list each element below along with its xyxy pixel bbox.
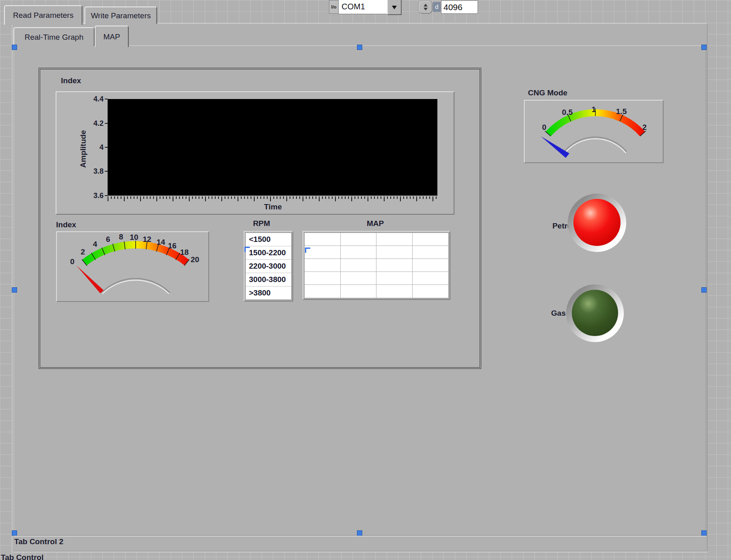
rpm-row[interactable]: 2200-3000: [246, 260, 291, 273]
map-cell[interactable]: [341, 285, 377, 298]
scale-tick-label: 2: [81, 248, 85, 256]
scale-tick-label: 12: [143, 235, 151, 244]
inner-tab-control-caption: Tab Control 2: [14, 537, 63, 546]
map-cell[interactable]: [341, 259, 377, 272]
selection-handle-top-center[interactable]: [357, 45, 362, 50]
map-cell[interactable]: [376, 233, 413, 246]
index-meter: 0 2 4 6 8 10 12 14 16 18 20: [56, 231, 209, 302]
selection-handle-mid-right[interactable]: [701, 287, 707, 293]
index-meter-dial: [57, 232, 207, 299]
sample-count-stepper[interactable]: [418, 0, 433, 14]
map-table: [303, 231, 450, 300]
tab-map-label: MAP: [103, 32, 120, 41]
selection-handle-bottom-right[interactable]: [701, 530, 707, 536]
rpm-row[interactable]: 1500-2200: [246, 246, 291, 260]
map-cell[interactable]: [305, 259, 341, 272]
selection-handle-top-left[interactable]: [12, 45, 17, 50]
map-cell[interactable]: [305, 272, 341, 285]
scale-tick-label: 8: [119, 233, 123, 241]
scale-tick-label: 6: [106, 235, 110, 244]
outer-tab-control-caption: Tab Control: [1, 553, 43, 560]
visa-io-icon: I/o: [329, 0, 339, 14]
scale-tick-label: 20: [190, 255, 199, 264]
com-port-select[interactable]: COM1: [338, 0, 391, 14]
index-meter-needle[interactable]: [76, 265, 104, 293]
com-port-dropdown-button[interactable]: [387, 0, 402, 15]
tab-write-parameters-label: Write Parameters: [91, 11, 151, 20]
sample-count-input[interactable]: 4096: [441, 0, 478, 14]
rpm-row[interactable]: >3800: [246, 286, 291, 299]
cng-meter-label: CNG Mode: [528, 88, 567, 97]
rpm-row[interactable]: <1500: [246, 233, 291, 246]
rpm-row[interactable]: 3000-3800: [246, 273, 291, 286]
gas-led-lamp: [572, 290, 618, 336]
scale-tick-label: 0.5: [562, 108, 573, 117]
map-cell[interactable]: [341, 233, 377, 246]
scale-tick-label: 1: [592, 105, 596, 114]
map-cell[interactable]: [413, 259, 449, 272]
scale-tick-label: 0: [70, 257, 75, 266]
decrement-arrow-icon[interactable]: [424, 8, 428, 13]
y-tick-label: 4.4: [80, 95, 104, 103]
tab-write-parameters[interactable]: Write Parameters: [84, 6, 157, 24]
petrol-led[interactable]: [568, 194, 626, 252]
scale-tick-label: 0: [542, 123, 547, 132]
map-cell[interactable]: [413, 285, 449, 298]
y-axis-label: Amplitude: [79, 127, 88, 171]
cng-mode-meter: 0 0.5 1 1.5 2: [524, 100, 664, 163]
selection-handle-bottom-center[interactable]: [357, 530, 362, 536]
dropdown-arrow-icon: [392, 6, 397, 12]
petrol-led-label: Petrol: [520, 222, 574, 230]
sample-count-value: 4096: [443, 2, 463, 12]
radix-badge[interactable]: d: [433, 2, 441, 12]
scale-tick-label: 16: [168, 241, 176, 250]
map-cell[interactable]: [341, 246, 377, 259]
chart-plot-area: [108, 99, 437, 196]
map-cell[interactable]: [341, 272, 377, 285]
selection-handle-top-right[interactable]: [701, 45, 707, 50]
map-cell[interactable]: [305, 285, 341, 298]
tab-read-parameters[interactable]: Read Parameters: [4, 5, 82, 25]
scale-tick-label: 18: [180, 248, 188, 257]
increment-arrow-icon[interactable]: [424, 2, 428, 6]
map-cell[interactable]: [413, 246, 449, 259]
tab-map[interactable]: MAP: [95, 26, 129, 47]
scale-tick-label: 10: [130, 233, 138, 242]
chart-label: Index: [61, 76, 81, 85]
map-selection-corner: [305, 248, 310, 253]
petrol-led-lamp: [573, 199, 621, 246]
map-cell[interactable]: [376, 259, 413, 272]
map-cell[interactable]: [376, 246, 413, 259]
map-header: MAP: [355, 219, 396, 228]
gas-led[interactable]: [566, 284, 624, 342]
waveform-chart: 4.4 4.2 4 3.8 3.6 Time Amplitude: [56, 91, 454, 215]
labview-front-panel: Read Parameters Write Parameters Real-Ti…: [0, 0, 731, 560]
tab-real-time-graph[interactable]: Real-Time Graph: [13, 27, 95, 46]
rpm-list: <1500 1500-2200 2200-3000 3000-3800 >380…: [244, 231, 293, 302]
selection-handle-mid-left[interactable]: [12, 287, 17, 293]
selection-handle-bottom-left[interactable]: [12, 530, 17, 536]
tab-real-time-graph-label: Real-Time Graph: [24, 33, 83, 42]
cng-meter-needle[interactable]: [541, 136, 569, 158]
x-axis-label: Time: [220, 202, 326, 211]
map-cell[interactable]: [413, 233, 449, 246]
rpm-header: RPM: [241, 219, 282, 228]
index-meter-label: Index: [56, 220, 76, 229]
scale-tick-label: 1.5: [616, 107, 627, 116]
tab-read-parameters-label: Read Parameters: [13, 11, 74, 20]
scale-tick-label: 4: [93, 240, 97, 249]
com-port-value: COM1: [342, 2, 365, 11]
map-cell[interactable]: [413, 272, 449, 285]
scale-tick-label: 14: [156, 238, 165, 247]
scale-tick-label: 2: [642, 123, 647, 132]
y-tick-label: 3.6: [80, 192, 104, 200]
map-cell[interactable]: [305, 233, 341, 246]
map-cell[interactable]: [376, 285, 413, 298]
rpm-selection-corner: [244, 247, 250, 252]
map-cell[interactable]: [376, 272, 413, 285]
gas-led-label: Gas: [520, 309, 566, 318]
x-axis-ticks: [108, 196, 437, 201]
